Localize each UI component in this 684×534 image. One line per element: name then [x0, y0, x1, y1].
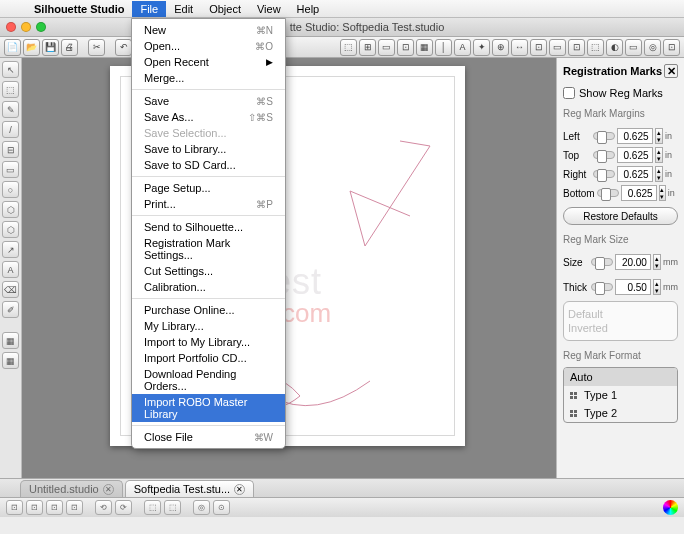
canvas-area[interactable]: test dia.com [22, 58, 556, 478]
margin-left-stepper[interactable]: ▴▾ [655, 128, 663, 144]
left-tool-b-1[interactable]: ▦ [2, 352, 19, 369]
left-tool-11[interactable]: ⌫ [2, 281, 19, 298]
format-type2[interactable]: Type 2 [564, 404, 677, 422]
bottom-button-7[interactable]: ⬚ [164, 500, 181, 515]
margin-right-slider[interactable] [593, 170, 615, 178]
object-menu[interactable]: Object [201, 1, 249, 17]
menu-item-merge[interactable]: Merge... [132, 70, 285, 86]
menu-item-close-file[interactable]: Close File⌘W [132, 429, 285, 445]
toolbar-button-1[interactable]: 📂 [23, 39, 40, 56]
left-tool-7[interactable]: ⬡ [2, 201, 19, 218]
left-tool-3[interactable]: / [2, 121, 19, 138]
toolbar-button-0[interactable]: 📄 [4, 39, 21, 56]
edit-menu[interactable]: Edit [166, 1, 201, 17]
restore-defaults-button[interactable]: Restore Defaults [563, 207, 678, 225]
left-tool-8[interactable]: ⬡ [2, 221, 19, 238]
margin-right-field[interactable] [617, 166, 653, 182]
bottom-button-0[interactable]: ⊡ [6, 500, 23, 515]
toolbar-right-button-5[interactable]: │ [435, 39, 452, 56]
menu-item-send-to-silhouette[interactable]: Send to Silhouette... [132, 219, 285, 235]
toolbar-right-button-3[interactable]: ⊡ [397, 39, 414, 56]
toolbar-right-button-6[interactable]: A [454, 39, 471, 56]
thick-field[interactable] [615, 279, 651, 295]
size-field[interactable] [615, 254, 651, 270]
menu-item-import-to-my-library[interactable]: Import to My Library... [132, 334, 285, 350]
margin-top-field[interactable] [617, 147, 653, 163]
menu-item-open-recent[interactable]: Open Recent▶ [132, 54, 285, 70]
toolbar-right-button-14[interactable]: ◐ [606, 39, 623, 56]
thick-stepper[interactable]: ▴▾ [653, 279, 661, 295]
color-wheel-icon[interactable] [663, 500, 678, 515]
margin-bottom-stepper[interactable]: ▴▾ [659, 185, 666, 201]
toolbar-right-button-7[interactable]: ✦ [473, 39, 490, 56]
margin-top-stepper[interactable]: ▴▾ [655, 147, 663, 163]
bottom-button-4[interactable]: ⟲ [95, 500, 112, 515]
format-type1[interactable]: Type 1 [564, 386, 677, 404]
menu-item-print[interactable]: Print...⌘P [132, 196, 285, 212]
close-tab-icon[interactable]: ✕ [103, 484, 114, 495]
menu-item-my-library[interactable]: My Library... [132, 318, 285, 334]
margin-bottom-slider[interactable] [597, 189, 619, 197]
show-reg-marks-checkbox[interactable] [563, 87, 575, 99]
toolbar-right-button-4[interactable]: ▦ [416, 39, 433, 56]
size-slider[interactable] [591, 258, 613, 266]
toolbar-right-button-15[interactable]: ▭ [625, 39, 642, 56]
help-menu[interactable]: Help [289, 1, 328, 17]
menu-item-save-as[interactable]: Save As...⇧⌘S [132, 109, 285, 125]
menu-item-save-to-library[interactable]: Save to Library... [132, 141, 285, 157]
left-tool-5[interactable]: ▭ [2, 161, 19, 178]
minimize-window-icon[interactable] [21, 22, 31, 32]
menu-item-save[interactable]: Save⌘S [132, 93, 285, 109]
bottom-button-1[interactable]: ⊡ [26, 500, 43, 515]
toolbar-right-button-16[interactable]: ◎ [644, 39, 661, 56]
close-window-icon[interactable] [6, 22, 16, 32]
left-tool-4[interactable]: ⊟ [2, 141, 19, 158]
toolbar-button-5[interactable]: ↶ [115, 39, 132, 56]
margin-right-stepper[interactable]: ▴▾ [655, 166, 663, 182]
toolbar-right-button-12[interactable]: ⊡ [568, 39, 585, 56]
bottom-button-8[interactable]: ◎ [193, 500, 210, 515]
bottom-button-3[interactable]: ⊡ [66, 500, 83, 515]
format-auto[interactable]: Auto [564, 368, 677, 386]
left-tool-12[interactable]: ✐ [2, 301, 19, 318]
margin-bottom-field[interactable] [621, 185, 657, 201]
left-tool-9[interactable]: ↗ [2, 241, 19, 258]
toolbar-right-button-0[interactable]: ⬚ [340, 39, 357, 56]
view-menu[interactable]: View [249, 1, 289, 17]
bottom-button-9[interactable]: ⊙ [213, 500, 230, 515]
bottom-button-5[interactable]: ⟳ [115, 500, 132, 515]
menu-item-page-setup[interactable]: Page Setup... [132, 180, 285, 196]
toolbar-right-button-10[interactable]: ⊡ [530, 39, 547, 56]
left-tool-6[interactable]: ○ [2, 181, 19, 198]
menu-item-import-portfolio-cd[interactable]: Import Portfolio CD... [132, 350, 285, 366]
size-stepper[interactable]: ▴▾ [653, 254, 661, 270]
margin-left-slider[interactable] [593, 132, 615, 140]
zoom-window-icon[interactable] [36, 22, 46, 32]
toolbar-right-button-13[interactable]: ⬚ [587, 39, 604, 56]
app-menu[interactable]: Silhouette Studio [26, 1, 132, 17]
file-menu[interactable]: File [132, 1, 166, 17]
menu-item-registration-mark-settings[interactable]: Registration Mark Settings... [132, 235, 285, 263]
toolbar-right-button-11[interactable]: ▭ [549, 39, 566, 56]
menu-item-purchase-online[interactable]: Purchase Online... [132, 302, 285, 318]
menu-item-download-pending-orders[interactable]: Download Pending Orders... [132, 366, 285, 394]
toolbar-button-4[interactable]: ✂ [88, 39, 105, 56]
close-panel-icon[interactable]: ✕ [664, 64, 678, 78]
menu-item-import-robo-master-library[interactable]: Import ROBO Master Library [132, 394, 285, 422]
thick-slider[interactable] [591, 283, 613, 291]
menu-item-open[interactable]: Open...⌘O [132, 38, 285, 54]
menu-item-calibration[interactable]: Calibration... [132, 279, 285, 295]
toolbar-right-button-1[interactable]: ⊞ [359, 39, 376, 56]
left-tool-b-0[interactable]: ▦ [2, 332, 19, 349]
close-tab-icon[interactable]: ✕ [234, 484, 245, 495]
doc-tab-untitled[interactable]: Untitled.studio ✕ [20, 480, 123, 497]
toolbar-right-button-17[interactable]: ⊡ [663, 39, 680, 56]
margin-top-slider[interactable] [593, 151, 615, 159]
menu-item-save-to-sd-card[interactable]: Save to SD Card... [132, 157, 285, 173]
menu-item-new[interactable]: New⌘N [132, 22, 285, 38]
bottom-button-2[interactable]: ⊡ [46, 500, 63, 515]
doc-tab-softpedia[interactable]: Softpedia Test.stu... ✕ [125, 480, 254, 497]
menu-item-cut-settings[interactable]: Cut Settings... [132, 263, 285, 279]
left-tool-1[interactable]: ⬚ [2, 81, 19, 98]
bottom-button-6[interactable]: ⬚ [144, 500, 161, 515]
